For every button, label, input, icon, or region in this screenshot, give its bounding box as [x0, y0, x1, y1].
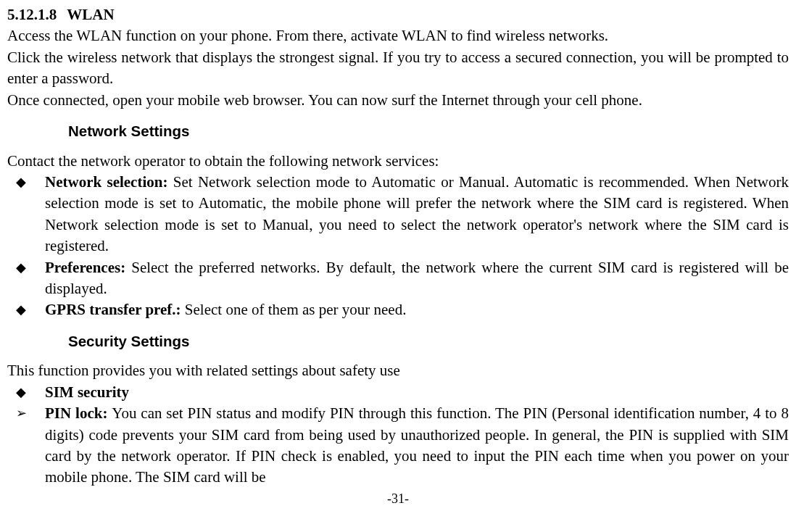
list-item: SIM security [7, 382, 789, 403]
wlan-paragraph-1: Access the WLAN function on your phone. … [7, 25, 789, 46]
list-item: PIN lock: You can set PIN status and mod… [7, 403, 789, 489]
item-text: Select one of them as per your need. [185, 301, 407, 318]
pin-lock-label: PIN lock: [45, 404, 112, 422]
sim-security-label: SIM security [45, 383, 129, 401]
item-label: Network selection: [45, 173, 173, 191]
list-item: Preferences: Select the preferred networ… [7, 257, 789, 300]
security-intro: This function provides you with related … [7, 360, 789, 381]
network-settings-heading: Network Settings [68, 121, 789, 142]
section-number: 5.12.1.8 [7, 4, 57, 25]
item-label: Preferences: [45, 259, 131, 276]
list-item: Network selection: Set Network selection… [7, 172, 789, 257]
security-list: SIM security [7, 382, 789, 403]
security-sublist: PIN lock: You can set PIN status and mod… [7, 403, 789, 489]
wlan-paragraph-3: Once connected, open your mobile web bro… [7, 90, 789, 111]
list-item: GPRS transfer pref.: Select one of them … [7, 299, 789, 320]
network-intro: Contact the network operator to obtain t… [7, 151, 789, 172]
section-title: WLAN [67, 6, 114, 23]
wlan-paragraph-2: Click the wireless network that displays… [7, 47, 789, 90]
item-label: GPRS transfer pref.: [45, 301, 185, 318]
pin-lock-text: You can set PIN status and modify PIN th… [45, 404, 789, 486]
section-heading: 5.12.1.8WLAN [7, 4, 789, 25]
network-list: Network selection: Set Network selection… [7, 172, 789, 321]
item-text: Select the preferred networks. By defaul… [45, 259, 789, 297]
page-number: -31- [7, 490, 789, 508]
security-settings-heading: Security Settings [68, 331, 789, 352]
